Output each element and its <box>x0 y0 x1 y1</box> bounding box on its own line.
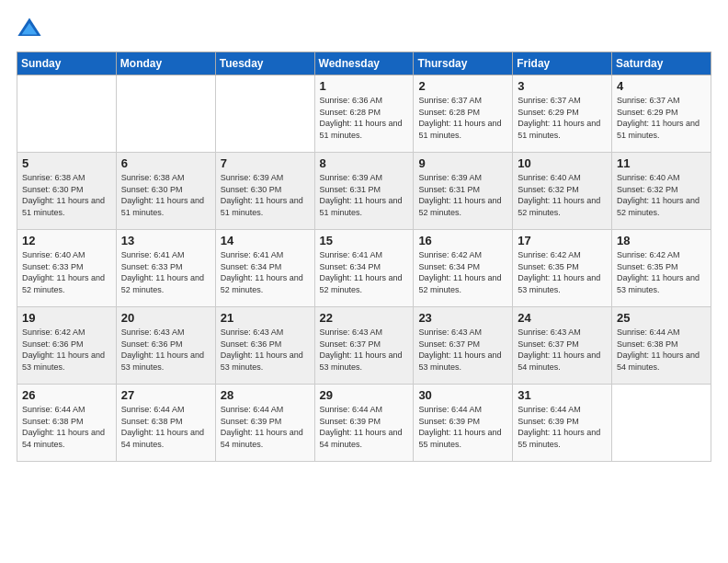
day-cell <box>17 75 117 153</box>
day-cell: 20Sunrise: 6:43 AM Sunset: 6:36 PM Dayli… <box>116 307 215 385</box>
day-info: Sunrise: 6:44 AM Sunset: 6:38 PM Dayligh… <box>121 404 210 450</box>
day-number: 20 <box>121 311 210 325</box>
page: SundayMondayTuesdayWednesdayThursdayFrid… <box>0 0 728 563</box>
day-info: Sunrise: 6:41 AM Sunset: 6:34 PM Dayligh… <box>221 249 310 295</box>
logo <box>17 17 44 42</box>
day-number: 13 <box>121 234 210 247</box>
day-number: 2 <box>418 79 507 93</box>
day-info: Sunrise: 6:44 AM Sunset: 6:38 PM Dayligh… <box>22 404 111 450</box>
day-number: 28 <box>221 388 310 402</box>
week-row-2: 5Sunrise: 6:38 AM Sunset: 6:30 PM Daylig… <box>17 153 711 230</box>
day-number: 30 <box>418 388 507 402</box>
day-info: Sunrise: 6:42 AM Sunset: 6:35 PM Dayligh… <box>617 249 706 295</box>
day-info: Sunrise: 6:37 AM Sunset: 6:28 PM Dayligh… <box>418 95 507 141</box>
day-info: Sunrise: 6:36 AM Sunset: 6:28 PM Dayligh… <box>320 95 409 141</box>
day-number: 21 <box>221 311 310 325</box>
day-cell: 22Sunrise: 6:43 AM Sunset: 6:37 PM Dayli… <box>314 307 414 385</box>
weekday-friday: Friday <box>513 52 612 75</box>
day-cell: 1Sunrise: 6:36 AM Sunset: 6:28 PM Daylig… <box>314 75 414 153</box>
day-cell: 4Sunrise: 6:37 AM Sunset: 6:29 PM Daylig… <box>612 75 711 153</box>
logo-icon <box>17 17 42 42</box>
day-number: 27 <box>121 388 210 402</box>
weekday-header-row: SundayMondayTuesdayWednesdayThursdayFrid… <box>17 52 711 75</box>
day-cell: 6Sunrise: 6:38 AM Sunset: 6:30 PM Daylig… <box>116 153 215 230</box>
day-cell: 23Sunrise: 6:43 AM Sunset: 6:37 PM Dayli… <box>414 307 513 385</box>
day-number: 7 <box>221 156 310 170</box>
day-number: 16 <box>418 234 507 247</box>
day-cell: 25Sunrise: 6:44 AM Sunset: 6:38 PM Dayli… <box>612 307 711 385</box>
day-cell: 31Sunrise: 6:44 AM Sunset: 6:39 PM Dayli… <box>513 385 612 462</box>
day-cell: 28Sunrise: 6:44 AM Sunset: 6:39 PM Dayli… <box>215 385 314 462</box>
day-cell: 5Sunrise: 6:38 AM Sunset: 6:30 PM Daylig… <box>17 153 117 230</box>
day-number: 9 <box>418 156 507 170</box>
day-info: Sunrise: 6:42 AM Sunset: 6:34 PM Dayligh… <box>418 249 507 295</box>
day-number: 17 <box>518 234 607 247</box>
day-cell: 30Sunrise: 6:44 AM Sunset: 6:39 PM Dayli… <box>414 385 513 462</box>
day-number: 6 <box>121 156 210 170</box>
day-info: Sunrise: 6:38 AM Sunset: 6:30 PM Dayligh… <box>22 172 111 218</box>
day-info: Sunrise: 6:41 AM Sunset: 6:34 PM Dayligh… <box>320 249 409 295</box>
day-number: 14 <box>221 234 310 247</box>
day-number: 26 <box>22 388 111 402</box>
day-number: 18 <box>617 234 706 247</box>
day-cell: 18Sunrise: 6:42 AM Sunset: 6:35 PM Dayli… <box>612 230 711 307</box>
day-number: 22 <box>320 311 409 325</box>
day-cell: 14Sunrise: 6:41 AM Sunset: 6:34 PM Dayli… <box>215 230 314 307</box>
day-number: 29 <box>320 388 409 402</box>
day-info: Sunrise: 6:44 AM Sunset: 6:39 PM Dayligh… <box>418 404 507 450</box>
day-cell: 27Sunrise: 6:44 AM Sunset: 6:38 PM Dayli… <box>116 385 215 462</box>
weekday-monday: Monday <box>116 52 215 75</box>
day-cell <box>612 385 711 462</box>
day-cell: 15Sunrise: 6:41 AM Sunset: 6:34 PM Dayli… <box>314 230 414 307</box>
day-number: 8 <box>320 156 409 170</box>
weekday-sunday: Sunday <box>17 52 117 75</box>
day-cell <box>215 75 314 153</box>
day-cell: 10Sunrise: 6:40 AM Sunset: 6:32 PM Dayli… <box>513 153 612 230</box>
day-cell: 8Sunrise: 6:39 AM Sunset: 6:31 PM Daylig… <box>314 153 414 230</box>
day-info: Sunrise: 6:43 AM Sunset: 6:36 PM Dayligh… <box>221 327 310 373</box>
day-cell: 16Sunrise: 6:42 AM Sunset: 6:34 PM Dayli… <box>414 230 513 307</box>
day-info: Sunrise: 6:44 AM Sunset: 6:38 PM Dayligh… <box>617 327 706 373</box>
day-cell: 13Sunrise: 6:41 AM Sunset: 6:33 PM Dayli… <box>116 230 215 307</box>
week-row-3: 12Sunrise: 6:40 AM Sunset: 6:33 PM Dayli… <box>17 230 711 307</box>
day-number: 15 <box>320 234 409 247</box>
week-row-4: 19Sunrise: 6:42 AM Sunset: 6:36 PM Dayli… <box>17 307 711 385</box>
day-info: Sunrise: 6:44 AM Sunset: 6:39 PM Dayligh… <box>320 404 409 450</box>
day-info: Sunrise: 6:40 AM Sunset: 6:32 PM Dayligh… <box>617 172 706 218</box>
day-info: Sunrise: 6:44 AM Sunset: 6:39 PM Dayligh… <box>518 404 607 450</box>
day-number: 1 <box>320 79 409 93</box>
weekday-thursday: Thursday <box>414 52 513 75</box>
day-cell: 7Sunrise: 6:39 AM Sunset: 6:30 PM Daylig… <box>215 153 314 230</box>
day-info: Sunrise: 6:39 AM Sunset: 6:30 PM Dayligh… <box>221 172 310 218</box>
day-info: Sunrise: 6:43 AM Sunset: 6:36 PM Dayligh… <box>121 327 210 373</box>
day-number: 31 <box>518 388 607 402</box>
day-number: 3 <box>518 79 607 93</box>
day-number: 4 <box>617 79 706 93</box>
header <box>17 17 711 42</box>
weekday-tuesday: Tuesday <box>215 52 314 75</box>
day-info: Sunrise: 6:43 AM Sunset: 6:37 PM Dayligh… <box>518 327 607 373</box>
day-cell: 26Sunrise: 6:44 AM Sunset: 6:38 PM Dayli… <box>17 385 117 462</box>
weekday-saturday: Saturday <box>612 52 711 75</box>
day-info: Sunrise: 6:38 AM Sunset: 6:30 PM Dayligh… <box>121 172 210 218</box>
day-cell: 3Sunrise: 6:37 AM Sunset: 6:29 PM Daylig… <box>513 75 612 153</box>
week-row-5: 26Sunrise: 6:44 AM Sunset: 6:38 PM Dayli… <box>17 385 711 462</box>
weekday-wednesday: Wednesday <box>314 52 414 75</box>
calendar: SundayMondayTuesdayWednesdayThursdayFrid… <box>17 52 711 462</box>
day-info: Sunrise: 6:42 AM Sunset: 6:35 PM Dayligh… <box>518 249 607 295</box>
day-info: Sunrise: 6:37 AM Sunset: 6:29 PM Dayligh… <box>518 95 607 141</box>
day-cell: 17Sunrise: 6:42 AM Sunset: 6:35 PM Dayli… <box>513 230 612 307</box>
day-info: Sunrise: 6:39 AM Sunset: 6:31 PM Dayligh… <box>320 172 409 218</box>
day-number: 24 <box>518 311 607 325</box>
day-info: Sunrise: 6:39 AM Sunset: 6:31 PM Dayligh… <box>418 172 507 218</box>
week-row-1: 1Sunrise: 6:36 AM Sunset: 6:28 PM Daylig… <box>17 75 711 153</box>
day-info: Sunrise: 6:40 AM Sunset: 6:33 PM Dayligh… <box>22 249 111 295</box>
day-cell: 9Sunrise: 6:39 AM Sunset: 6:31 PM Daylig… <box>414 153 513 230</box>
day-number: 11 <box>617 156 706 170</box>
day-number: 10 <box>518 156 607 170</box>
day-info: Sunrise: 6:44 AM Sunset: 6:39 PM Dayligh… <box>221 404 310 450</box>
day-cell: 29Sunrise: 6:44 AM Sunset: 6:39 PM Dayli… <box>314 385 414 462</box>
day-cell: 12Sunrise: 6:40 AM Sunset: 6:33 PM Dayli… <box>17 230 117 307</box>
day-info: Sunrise: 6:43 AM Sunset: 6:37 PM Dayligh… <box>320 327 409 373</box>
day-info: Sunrise: 6:43 AM Sunset: 6:37 PM Dayligh… <box>418 327 507 373</box>
